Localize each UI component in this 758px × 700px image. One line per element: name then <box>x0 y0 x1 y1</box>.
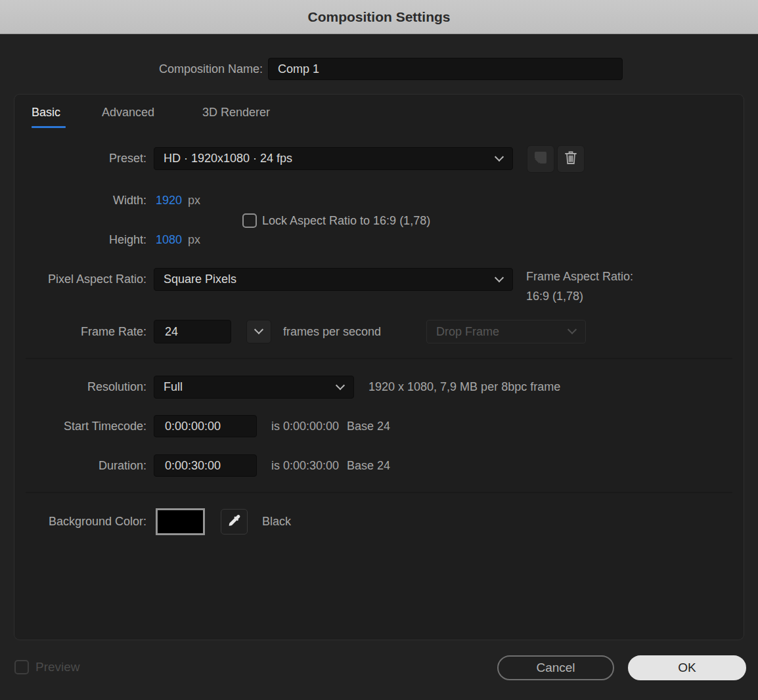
start-timecode-is-text: is 0:00:00:00 <box>271 415 339 437</box>
background-color-name: Black <box>262 508 291 535</box>
settings-panel: Basic Advanced 3D Renderer Preset: HD · … <box>14 94 744 640</box>
ok-button[interactable]: OK <box>628 655 746 680</box>
eyedropper-button[interactable] <box>221 509 248 535</box>
new-preset-icon <box>533 150 548 168</box>
height-unit: px <box>188 229 200 251</box>
preset-value: HD · 1920x1080 · 24 fps <box>164 152 292 165</box>
composition-name-input[interactable] <box>268 58 623 80</box>
drop-frame-value: Drop Frame <box>436 325 499 339</box>
tab-advanced[interactable]: Advanced <box>102 106 154 120</box>
height-label: Height: <box>14 229 146 251</box>
titlebar[interactable]: Composition Settings <box>0 0 758 34</box>
pixel-aspect-ratio-label: Pixel Aspect Ratio: <box>14 268 146 291</box>
frame-aspect-ratio-value: 16:9 (1,78) <box>526 289 583 303</box>
resolution-info: 1920 x 1080, 7,9 MB per 8bpc frame <box>368 376 560 399</box>
duration-input[interactable] <box>154 454 257 477</box>
cancel-button[interactable]: Cancel <box>497 655 614 680</box>
frame-rate-input[interactable] <box>154 320 231 343</box>
tab-basic[interactable]: Basic <box>32 106 60 120</box>
composition-settings-dialog: Composition Settings Composition Name: B… <box>0 0 758 700</box>
divider <box>26 492 732 493</box>
preset-dropdown[interactable]: HD · 1920x1080 · 24 fps <box>154 147 513 170</box>
frame-rate-dropdown-button[interactable] <box>246 320 271 343</box>
duration-label: Duration: <box>14 454 146 477</box>
tab-3d-renderer[interactable]: 3D Renderer <box>202 106 270 120</box>
frame-aspect-ratio-label: Frame Aspect Ratio: <box>526 269 633 284</box>
background-color-swatch[interactable] <box>156 508 205 535</box>
divider <box>26 358 732 359</box>
drop-frame-dropdown: Drop Frame <box>426 320 586 343</box>
delete-preset-button[interactable] <box>557 145 585 173</box>
width-unit: px <box>188 189 200 211</box>
start-timecode-input[interactable] <box>154 415 257 437</box>
window-title: Composition Settings <box>308 9 451 25</box>
width-label: Width: <box>14 189 146 211</box>
width-value[interactable]: 1920 <box>156 189 182 211</box>
eyedropper-icon <box>227 514 242 531</box>
lock-aspect-checkbox[interactable] <box>242 213 257 228</box>
chevron-down-icon <box>495 152 504 161</box>
chevron-down-icon <box>336 380 345 389</box>
preview-checkbox <box>14 660 29 674</box>
pixel-aspect-ratio-dropdown[interactable]: Square Pixels <box>154 268 513 291</box>
resolution-dropdown[interactable]: Full <box>154 376 354 399</box>
trash-icon <box>563 150 579 168</box>
lock-aspect-label: Lock Aspect Ratio to 16:9 (1,78) <box>262 213 430 228</box>
start-timecode-base-text: Base 24 <box>347 415 390 437</box>
start-timecode-label: Start Timecode: <box>14 415 146 437</box>
height-value[interactable]: 1080 <box>156 229 182 251</box>
duration-base-text: Base 24 <box>347 454 390 477</box>
save-preset-button[interactable] <box>527 145 554 173</box>
resolution-value: Full <box>164 380 183 394</box>
frame-rate-label: Frame Rate: <box>14 320 146 343</box>
pixel-aspect-ratio-value: Square Pixels <box>164 273 236 286</box>
chevron-down-icon <box>254 325 263 334</box>
preview-label: Preview <box>35 659 80 675</box>
frames-per-second-label: frames per second <box>283 320 381 343</box>
active-tab-underline <box>32 126 66 128</box>
background-color-label: Background Color: <box>14 508 146 535</box>
duration-is-text: is 0:00:30:00 <box>271 454 339 477</box>
composition-name-label: Composition Name: <box>0 58 263 80</box>
ok-button-label: OK <box>678 661 696 675</box>
preset-label: Preset: <box>14 147 146 170</box>
resolution-label: Resolution: <box>14 376 146 399</box>
cancel-button-label: Cancel <box>536 661 575 675</box>
chevron-down-icon <box>568 325 577 334</box>
chevron-down-icon <box>495 273 504 282</box>
